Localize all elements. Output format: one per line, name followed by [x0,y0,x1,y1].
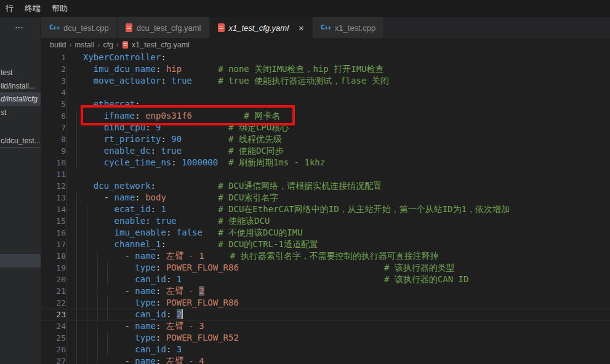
tab-x1-test-cfg-yaml[interactable]: x1_test_cfg.yaml × [210,17,313,38]
sidebar-item[interactable]: ild/install... [0,79,41,93]
tab-dcu-test-cfg-yaml[interactable]: dcu_test_cfg.yaml [118,17,210,38]
code-line[interactable]: 7 bind_cpu: 9 # 绑定CPU核心 [41,122,610,133]
line-number: 15 [41,215,66,227]
line-number: 13 [41,192,66,204]
line-number: 21 [41,285,66,297]
line-number: 11 [41,168,66,180]
line-number: 22 [41,297,66,309]
breadcrumb-item[interactable]: install [74,41,94,49]
sidebar-item[interactable]: c/dcu_test... [0,134,41,148]
breadcrumb-item[interactable]: build [50,41,66,49]
line-number: 17 [41,239,66,250]
yaml-file-icon [218,23,225,32]
tab-label: x1_test.cpp [335,23,376,33]
sidebar-item-highlighted[interactable] [0,254,41,267]
code-line[interactable]: 18 - name: 左臂 - 1 # 执行器索引名字，不需要控制的执行器可直接… [41,250,610,262]
line-number: 2 [41,63,66,75]
tab-x1-test-cpp[interactable]: C++ x1_test.cpp [313,17,385,38]
code-line[interactable]: 8 rt_priority: 90 # 线程优先级 [41,133,610,145]
code-line[interactable]: 3 move_actuator: true # true 使能执行器运动测试，f… [41,75,610,87]
code-line[interactable]: 11 [41,168,610,180]
code-line[interactable]: 14 ecat_id: 1 # DCU在EtherCAT网络中的ID，从主站开始… [41,204,610,215]
tab-bar: C++ dcu_test.cpp dcu_test_cfg.yaml x1_te… [41,17,610,38]
code-lines: 1XyberController:2 imu_dcu_name: hip # n… [41,52,610,364]
line-number: 9 [41,145,66,157]
code-line[interactable]: 12 dcu_network: # DCU通信网络，请根据实机连接情况配置 [41,180,610,192]
yaml-file-icon [122,41,128,49]
code-line[interactable]: 19 type: POWER_FLOW_R86 # 该执行器的类型 [41,262,610,274]
code-line[interactable]: 15 enable: true # 使能该DCU [41,215,610,227]
line-number: 3 [41,75,66,87]
code-line[interactable]: 25 type: POWER_FLOW_R52 [41,332,610,344]
code-line[interactable]: 17 channel_1: # DCU的CTRL-1通道配置 [41,239,610,250]
breadcrumb: build › install › cfg › x1_test_cfg.yaml [41,38,610,52]
line-number: 8 [41,133,66,145]
chevron-right-icon: › [69,41,71,49]
line-number: 6 [41,110,66,122]
code-line[interactable]: 9 enable_dc: true # 使能DC同步 [41,145,610,157]
line-number: 24 [41,320,66,332]
line-number: 23 [41,309,66,320]
line-number: 20 [41,274,66,285]
code-line[interactable]: 27 - name: 左臂 - 4 [41,355,610,364]
menu-bar: 行 终端 帮助 [0,0,610,17]
code-line[interactable]: 2 imu_dcu_name: hip # none 关闭IMU检查，hip 打… [41,63,610,75]
line-number: 25 [41,332,66,344]
code-line[interactable]: 6 ifname: enp0s31f6 # 网卡名 [41,110,610,122]
line-number: 1 [41,52,66,63]
tab-label: x1_test_cfg.yaml [229,23,289,33]
close-icon[interactable]: × [299,23,304,33]
breadcrumb-file[interactable]: x1_test_cfg.yaml [132,41,190,49]
code-area[interactable]: 1XyberController:2 imu_dcu_name: hip # n… [41,52,610,364]
sidebar-item-selected[interactable]: d/install/cfg [0,92,41,106]
code-line[interactable]: 10 cycle_time_ns: 1000000 # 刷新周期1ms - 1k… [41,157,610,168]
line-number: 10 [41,157,66,168]
more-actions-icon[interactable]: ⋯ [15,22,24,32]
sidebar-item[interactable]: test [0,66,41,79]
line-number: 14 [41,204,66,215]
menu-item-terminal[interactable]: 终端 [19,2,46,15]
cpp-file-icon: C++ [321,23,331,33]
code-line[interactable]: 24 - name: 左臂 - 3 [41,320,610,332]
code-line[interactable]: 1XyberController: [41,52,610,63]
chevron-right-icon: › [116,41,119,49]
cpp-file-icon: C++ [49,23,59,33]
line-number: 26 [41,344,66,355]
code-line[interactable]: 16 imu_enable: false # 不使用该DCU的IMU [41,227,610,239]
line-number: 7 [41,122,66,133]
code-line[interactable]: 21 - name: 左臂 - 2 [41,285,610,297]
sidebar: ⋯ test ild/install... d/install/cfg st c… [0,17,41,364]
chevron-right-icon: › [97,41,100,49]
menu-item-run[interactable]: 行 [0,2,19,15]
code-line[interactable]: 13 - name: body # DCU索引名字 [41,192,610,204]
line-number: 4 [41,87,66,98]
line-number: 18 [41,250,66,262]
yaml-file-icon [126,23,132,32]
code-line[interactable]: 22 type: POWER_FLOW_R86 [41,297,610,309]
breadcrumb-item[interactable]: cfg [103,41,113,49]
code-line[interactable]: 4 [41,87,610,98]
line-number: 16 [41,227,66,239]
tab-dcu-test-cpp[interactable]: C++ dcu_test.cpp [41,17,118,38]
menu-item-help[interactable]: 帮助 [46,2,73,15]
line-number: 19 [41,262,66,274]
line-number: 27 [41,355,66,364]
text-cursor [182,309,183,319]
code-line[interactable]: 23 can_id: 2 [41,309,610,320]
code-line[interactable]: 26 can_id: 3 [41,344,610,355]
tab-label: dcu_test_cfg.yaml [137,23,201,33]
code-line[interactable]: 20 can_id: 1 # 该执行器的CAN ID [41,274,610,285]
tab-label: dcu_test.cpp [63,23,109,33]
vscode-window: 行 终端 帮助 ⋯ test ild/install... d/install/… [0,0,610,364]
line-number: 12 [41,180,66,192]
code-line[interactable]: 5 ethercat: [41,98,610,110]
sidebar-item[interactable]: st [0,106,41,119]
line-number: 5 [41,98,66,110]
